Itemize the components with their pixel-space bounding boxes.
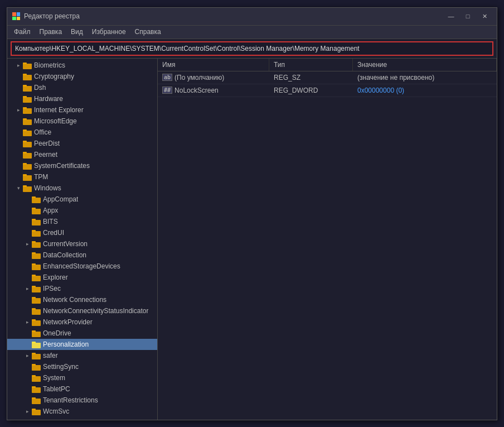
expand-arrow-icon[interactable] xyxy=(14,72,23,81)
expand-arrow-icon[interactable] xyxy=(23,385,32,394)
sidebar-item-peerdist[interactable]: PeerDist xyxy=(7,138,157,149)
sidebar-item-peernet[interactable]: Peernet xyxy=(7,149,157,160)
menu-favorites[interactable]: Избранное xyxy=(88,27,130,37)
sidebar-item-label: Windows Search xyxy=(43,419,93,420)
table-row[interactable]: ab(По умолчанию)REG_SZ(значение не присв… xyxy=(158,71,497,84)
sidebar-item-cryptography[interactable]: Cryptography xyxy=(7,71,157,82)
expand-arrow-icon[interactable] xyxy=(23,373,32,382)
folder-icon xyxy=(32,318,41,326)
expand-arrow-icon[interactable] xyxy=(14,150,23,159)
svg-rect-26 xyxy=(32,209,41,214)
svg-rect-7 xyxy=(23,96,27,98)
sidebar-item-networkconnectivitystatusindicator[interactable]: NetworkConnectivityStatusIndicator xyxy=(7,305,157,316)
sidebar-item-biometrics[interactable]: ▸ Biometrics xyxy=(7,60,157,71)
expand-arrow-icon[interactable] xyxy=(23,195,32,204)
expand-arrow-icon[interactable]: ▸ xyxy=(23,351,32,360)
sidebar-item-microsoftedge[interactable]: MicrosoftEdge xyxy=(7,116,157,127)
expand-arrow-icon[interactable] xyxy=(23,329,32,338)
expand-arrow-icon[interactable] xyxy=(14,139,23,148)
sidebar-item-system[interactable]: System xyxy=(7,372,157,383)
expand-arrow-icon[interactable] xyxy=(23,228,32,237)
expand-arrow-icon[interactable] xyxy=(23,273,32,282)
sidebar-item-settingsync[interactable]: SettingSync xyxy=(7,361,157,372)
maximize-button[interactable]: □ xyxy=(460,11,476,22)
sidebar-item-ipsec[interactable]: ▸ IPSec xyxy=(7,283,157,294)
menu-help[interactable]: Справка xyxy=(130,27,166,37)
close-button[interactable]: ✕ xyxy=(477,11,492,22)
menu-bar: Файл Правка Вид Избранное Справка xyxy=(7,26,497,39)
sidebar-item-credui[interactable]: CredUI xyxy=(7,227,157,238)
expand-arrow-icon[interactable] xyxy=(23,251,32,260)
expand-arrow-icon[interactable]: ▸ xyxy=(14,61,23,70)
menu-view[interactable]: Вид xyxy=(66,27,88,37)
expand-arrow-icon[interactable]: ▸ xyxy=(23,318,32,327)
menu-file[interactable]: Файл xyxy=(9,27,35,37)
expand-arrow-icon[interactable] xyxy=(23,206,32,215)
sidebar-item-label: Explorer xyxy=(43,274,68,281)
sidebar-item-explorer[interactable]: Explorer xyxy=(7,272,157,283)
expand-arrow-icon[interactable] xyxy=(14,94,23,103)
address-bar[interactable]: Компьютер\HKEY_LOCAL_MACHINE\SYSTEM\Curr… xyxy=(11,41,493,56)
expand-arrow-icon[interactable] xyxy=(23,262,32,271)
svg-rect-32 xyxy=(32,242,41,248)
expand-arrow-icon[interactable] xyxy=(23,340,32,349)
sidebar-item-personalization[interactable]: Personalization xyxy=(7,339,157,350)
svg-rect-63 xyxy=(32,409,36,410)
sidebar-item-tpm[interactable]: TPM xyxy=(7,171,157,183)
folder-icon xyxy=(23,128,32,136)
expand-arrow-icon[interactable]: ▾ xyxy=(14,184,23,193)
minimize-button[interactable]: — xyxy=(443,11,459,22)
expand-arrow-icon[interactable] xyxy=(14,128,23,137)
svg-rect-42 xyxy=(32,298,41,304)
sidebar-item-label: CurrentVersion xyxy=(43,240,88,248)
sidebar-item-windows-search[interactable]: Windows Search xyxy=(7,417,157,420)
table-row[interactable]: ##NoLockScreenREG_DWORD0x00000000 (0) xyxy=(158,84,497,97)
expand-arrow-icon[interactable] xyxy=(23,418,32,420)
svg-rect-31 xyxy=(32,230,36,232)
sidebar-item-safer[interactable]: ▸ safer xyxy=(7,350,157,361)
sidebar-item-bits[interactable]: BITS xyxy=(7,216,157,227)
expand-arrow-icon[interactable] xyxy=(23,362,32,371)
expand-arrow-icon[interactable] xyxy=(14,161,23,170)
expand-arrow-icon[interactable] xyxy=(23,396,32,405)
sidebar-item-appx[interactable]: Appx xyxy=(7,205,157,216)
svg-rect-49 xyxy=(32,330,36,332)
menu-edit[interactable]: Правка xyxy=(35,27,67,37)
sidebar-item-office[interactable]: Office xyxy=(7,127,157,138)
sidebar-item-datacollection[interactable]: DataCollection xyxy=(7,250,157,261)
sidebar-item-internet-explorer[interactable]: ▸ Internet Explorer xyxy=(7,104,157,116)
svg-rect-10 xyxy=(23,119,32,125)
sidebar-item-onedrive[interactable]: OneDrive xyxy=(7,328,157,339)
folder-icon xyxy=(32,195,41,203)
sidebar-item-network-connections[interactable]: Network Connections xyxy=(7,294,157,305)
sidebar-item-dsh[interactable]: Dsh xyxy=(7,82,157,93)
sidebar-item-currentversion[interactable]: ▸ CurrentVersion xyxy=(7,238,157,250)
sidebar-item-wcmsvc[interactable]: ▸ WcmSvc xyxy=(7,406,157,417)
expand-arrow-icon[interactable] xyxy=(23,295,32,304)
sidebar-item-enhancedstoragedevices[interactable]: EnhancedStorageDevices xyxy=(7,261,157,272)
col-type: Тип xyxy=(269,59,353,71)
sidebar-item-label: Cryptography xyxy=(34,73,74,80)
expand-arrow-icon[interactable] xyxy=(23,306,32,315)
expand-arrow-icon[interactable] xyxy=(14,83,23,92)
sidebar-item-windows[interactable]: ▾ Windows xyxy=(7,183,157,194)
sidebar-item-tenantrestrictions[interactable]: TenantRestrictions xyxy=(7,395,157,406)
expand-arrow-icon[interactable]: ▸ xyxy=(14,105,23,114)
expand-arrow-icon[interactable]: ▸ xyxy=(23,284,32,293)
expand-arrow-icon[interactable]: ▸ xyxy=(23,239,32,248)
registry-tree[interactable]: ▸ Biometrics Cryptography Dsh Hardware▸ … xyxy=(7,59,158,420)
expand-arrow-icon[interactable] xyxy=(23,217,32,226)
expand-arrow-icon[interactable] xyxy=(14,117,23,126)
table-cell-value: 0x00000000 (0) xyxy=(353,84,497,97)
sidebar-item-hardware[interactable]: Hardware xyxy=(7,93,157,104)
registry-name: (По умолчанию) xyxy=(175,74,224,81)
sidebar-item-appcompat[interactable]: AppCompat xyxy=(7,194,157,205)
sidebar-item-systemcertificates[interactable]: SystemCertificates xyxy=(7,160,157,171)
sidebar-item-tabletpc[interactable]: TabletPC xyxy=(7,383,157,395)
expand-arrow-icon[interactable] xyxy=(14,172,23,181)
svg-rect-46 xyxy=(32,320,41,326)
table-cell-type: REG_SZ xyxy=(269,71,353,84)
expand-arrow-icon[interactable]: ▸ xyxy=(23,407,32,416)
sidebar-item-networkprovider[interactable]: ▸ NetworkProvider xyxy=(7,316,157,328)
svg-rect-38 xyxy=(32,276,41,281)
